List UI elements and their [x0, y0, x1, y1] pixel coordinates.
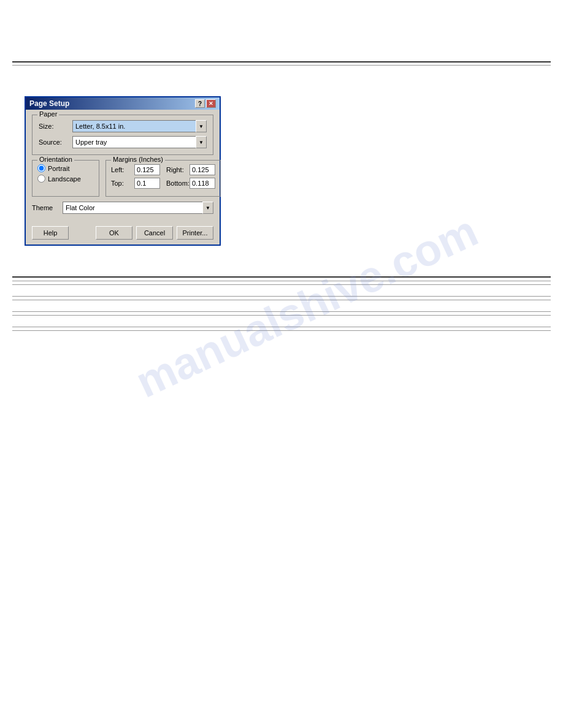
bottom-input[interactable] — [190, 178, 215, 189]
theme-label: Theme — [32, 204, 63, 211]
dialog-title-group: Page Setup — [29, 99, 69, 108]
theme-row: Theme Flat Color ▼ — [32, 202, 213, 214]
source-row: Source: Upper tray ▼ — [39, 136, 207, 148]
paper-group-label: Paper — [37, 110, 59, 118]
top-input[interactable] — [134, 178, 160, 189]
dialog-content: Paper Size: Letter, 8.5x11 in. ▼ Source: — [26, 110, 220, 224]
size-row: Size: Letter, 8.5x11 in. ▼ — [39, 120, 207, 132]
left-right-margin-row: Left: Right: — [111, 164, 215, 175]
orientation-margins-row: Orientation Portrait Landscape Margins (… — [32, 160, 213, 197]
ok-button[interactable]: OK — [96, 226, 132, 240]
cancel-button[interactable]: Cancel — [136, 226, 173, 240]
printer-button[interactable]: Printer... — [177, 226, 213, 240]
theme-value: Flat Color — [66, 204, 95, 211]
size-dropdown-arrow[interactable]: ▼ — [196, 120, 207, 132]
theme-dropdown-arrow[interactable]: ▼ — [202, 202, 213, 214]
size-select-wrapper[interactable]: Letter, 8.5x11 in. ▼ — [72, 120, 207, 132]
landscape-row: Landscape — [37, 175, 94, 183]
right-label: Right: — [166, 166, 190, 173]
bottom-label: Bottom: — [166, 180, 190, 187]
paper-group: Paper Size: Letter, 8.5x11 in. ▼ Source: — [32, 115, 213, 155]
theme-select-wrapper[interactable]: Flat Color ▼ — [63, 202, 213, 214]
portrait-row: Portrait — [37, 164, 94, 172]
orientation-box: Orientation Portrait Landscape — [32, 160, 99, 197]
top-label: Top: — [111, 180, 134, 187]
source-value: Upper tray — [75, 138, 107, 146]
size-value: Letter, 8.5x11 in. — [75, 123, 125, 130]
dialog-area: Page Setup ? ✕ Paper Size: Letter, 8.5x1… — [0, 84, 563, 258]
landscape-radio[interactable] — [37, 175, 45, 183]
source-select-field[interactable]: Upper tray — [72, 136, 196, 148]
size-label: Size: — [39, 123, 72, 130]
portrait-label: Portrait — [48, 165, 69, 172]
left-label: Left: — [111, 166, 134, 173]
size-select-field[interactable]: Letter, 8.5x11 in. — [72, 120, 196, 132]
bottom-rule-thin-8 — [12, 330, 551, 331]
dialog-titlebar: Page Setup ? ✕ — [26, 97, 220, 110]
left-input[interactable] — [134, 164, 160, 175]
titlebar-buttons: ? ✕ — [195, 99, 216, 108]
theme-select-field[interactable]: Flat Color — [63, 202, 203, 214]
page-setup-dialog: Page Setup ? ✕ Paper Size: Letter, 8.5x1… — [25, 96, 221, 246]
help-button[interactable]: Help — [32, 226, 69, 240]
dialog-title: Page Setup — [29, 99, 69, 108]
margins-box: Margins (Inches) Left: Right: Top: — [105, 160, 221, 197]
dialog-buttons: Help OK Cancel Printer... — [26, 224, 220, 245]
orientation-label: Orientation — [37, 156, 74, 163]
margins-label: Margins (Inches) — [111, 156, 165, 163]
right-input[interactable] — [190, 164, 215, 175]
source-select-wrapper[interactable]: Upper tray ▼ — [72, 136, 207, 148]
top-bottom-margin-row: Top: Bottom: — [111, 178, 215, 189]
portrait-radio[interactable] — [37, 164, 45, 172]
titlebar-close-button[interactable]: ✕ — [206, 99, 216, 108]
source-label: Source: — [39, 138, 72, 146]
landscape-label: Landscape — [48, 175, 81, 183]
titlebar-help-button[interactable]: ? — [195, 99, 205, 108]
source-dropdown-arrow[interactable]: ▼ — [196, 136, 207, 148]
